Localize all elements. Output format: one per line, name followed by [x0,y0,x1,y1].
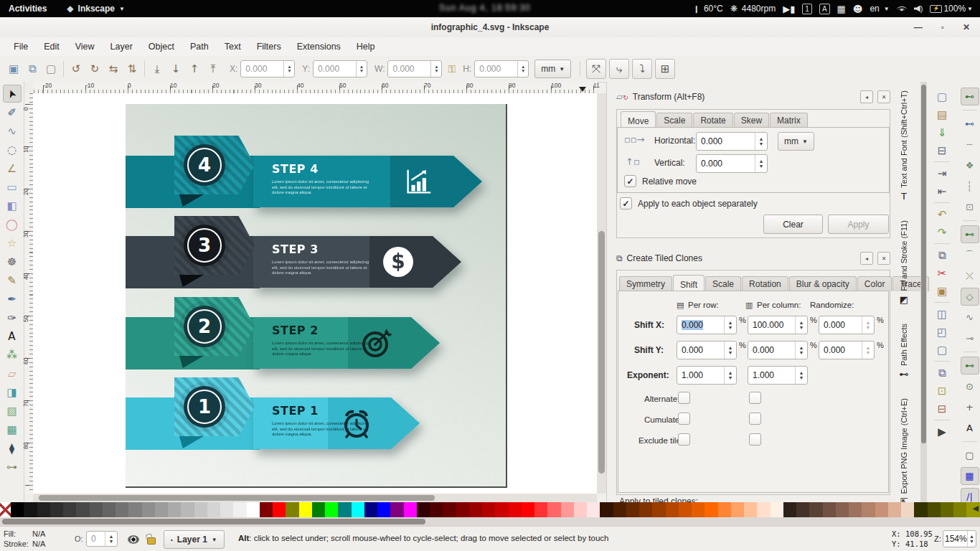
star-tool[interactable]: ☆ [3,234,22,252]
scale-corners-toggle[interactable]: ⤷ [609,59,629,79]
volume-icon[interactable]: ) [914,4,923,13]
snap-rotation-centers[interactable]: + [961,398,979,416]
checkbox-checked[interactable]: ✓ [624,175,636,187]
shift-x-randomize-input[interactable]: 0.000▲▼ [819,316,875,334]
spinner[interactable]: ▲▼ [724,367,736,384]
menu-help[interactable]: Help [349,39,383,55]
tab-export-png[interactable]: Export PNG Image (Ctrl+E)⇱ [900,398,908,508]
snap-others[interactable]: ⊷ [961,357,979,375]
color-swatch[interactable] [482,502,495,517]
new-document[interactable]: ▢ [933,88,951,105]
toolbar-overflow[interactable]: ▶ [933,423,951,441]
tab-text-and-font[interactable]: Text and Font (Shift+Ctrl+T)T [900,90,908,202]
pencil-tool[interactable]: ✎ [3,271,22,289]
color-swatch[interactable] [823,502,836,517]
horizontal-spinner[interactable]: ▲▼ [755,133,767,150]
cumulate-per-column-checkbox[interactable] [749,413,761,425]
color-swatch[interactable] [404,502,417,517]
color-swatch[interactable] [561,502,574,517]
color-swatch[interactable] [875,502,888,517]
snap-to-paths[interactable]: ⌒ [961,246,979,264]
color-swatch[interactable] [247,502,260,517]
snap-cusp-nodes[interactable]: ◇ [961,288,979,306]
color-swatch[interactable] [90,502,103,517]
panel-collapse-button[interactable]: ◂ [860,90,873,103]
panel-close-button[interactable]: ✕ [877,252,890,265]
color-swatch[interactable] [103,502,116,517]
ellipse-tool[interactable]: ◯ [3,215,22,233]
opacity-input[interactable]: 0▲▼ [86,531,118,547]
color-swatch[interactable] [652,502,665,517]
horizontal-ruler[interactable]: -20-10010203040506070809010011 [33,82,597,94]
raise-one-step[interactable]: ↑ [185,60,204,78]
measure-tool[interactable]: ∠ [3,159,22,177]
color-swatch[interactable] [901,502,914,517]
snap-path-intersections[interactable]: ⤬ [961,267,979,285]
color-swatch[interactable] [220,502,233,517]
color-swatch[interactable] [547,502,560,517]
zoom-to-drawing[interactable]: ◰ [933,323,951,341]
color-swatch[interactable] [692,502,705,517]
color-swatch[interactable] [377,502,390,517]
h-input[interactable]: 0.000▲▼ [474,60,529,77]
color-swatch[interactable] [666,502,679,517]
shift-y-per-column-input[interactable]: 0.000▲▼ [748,341,808,359]
snap-object-centers[interactable]: ⊙ [961,377,979,395]
rotate-ccw[interactable]: ↺ [67,60,85,78]
color-swatch[interactable] [325,502,338,517]
horizontal-input[interactable]: 0.000▲▼ [696,132,768,151]
move-gradients-toggle[interactable]: ⤵ [632,59,652,79]
apply-button[interactable]: Apply [828,215,889,234]
dropper-tool[interactable]: ⧫ [3,439,22,457]
layer-lock-icon[interactable] [147,537,156,545]
y-spinner[interactable]: ▲▼ [356,61,367,77]
maximize-button[interactable]: ▫ [941,22,944,32]
w-input[interactable]: 0.000▲▼ [387,60,442,77]
menu-object[interactable]: Object [141,39,182,55]
tab-matrix[interactable]: Matrix [770,113,808,128]
scrollbar-thumb[interactable] [921,85,926,443]
undo[interactable]: ↶ [933,205,951,223]
pen-tool[interactable]: ✒ [3,290,22,308]
calculator-icon[interactable]: ▦ [837,4,846,14]
spinner[interactable]: ▲▼ [862,316,874,334]
color-swatch[interactable] [37,502,50,517]
clock[interactable]: Sun Aug 4, 18:59:30 [439,3,531,13]
color-swatch[interactable] [142,502,155,517]
color-swatch[interactable] [771,502,783,517]
keyboard-indicator-a[interactable]: A [819,4,830,14]
canvas-horizontal-scrollbar[interactable] [33,494,597,502]
language-indicator[interactable]: en ▼ [870,4,889,14]
dock-scrollbar[interactable] [920,82,927,502]
node-tool[interactable]: ✐ [3,103,22,121]
rectangle-tool[interactable]: ▭ [3,178,22,196]
connector-tool[interactable]: ⊶ [3,458,22,476]
color-swatch[interactable] [194,502,207,517]
tiled-clones-panel-header[interactable]: ⧉ Create Tiled Clones ◂ ✕ [616,251,890,265]
color-swatch[interactable] [207,502,220,517]
color-swatch[interactable] [522,502,534,517]
snap-grids[interactable]: ▦ [961,467,979,485]
copy[interactable]: ⧉ [933,246,951,264]
select-all[interactable]: ▣ [4,60,23,78]
snap-text-anchors[interactable]: A [961,419,979,437]
menu-extensions[interactable]: Extensions [289,39,349,55]
color-swatch[interactable] [286,502,298,517]
relative-move-checkbox[interactable]: ✓ Relative move [624,175,697,187]
tab-color[interactable]: Color [857,276,892,291]
canvas-vertical-scrollbar[interactable] [597,93,606,494]
shift-y-per-row-input[interactable]: 0.000▲▼ [677,341,737,359]
panel-collapse-button[interactable]: ◂ [860,252,873,265]
color-swatch[interactable] [534,502,547,517]
menu-layer[interactable]: Layer [103,39,141,55]
color-swatch[interactable] [260,502,273,517]
snap-page-border[interactable]: ▢ [961,446,979,464]
zoom-to-selection[interactable]: ◫ [933,305,951,323]
export-png[interactable]: ⇤ [933,182,951,200]
tray-app-icon[interactable]: ☻ [853,4,863,14]
cumulate-per-row-checkbox[interactable] [678,413,690,425]
color-swatch[interactable] [941,502,953,517]
zoom-spinner[interactable]: ▲▼ [967,531,976,547]
color-swatch[interactable] [953,502,966,517]
menu-view[interactable]: View [67,39,103,55]
